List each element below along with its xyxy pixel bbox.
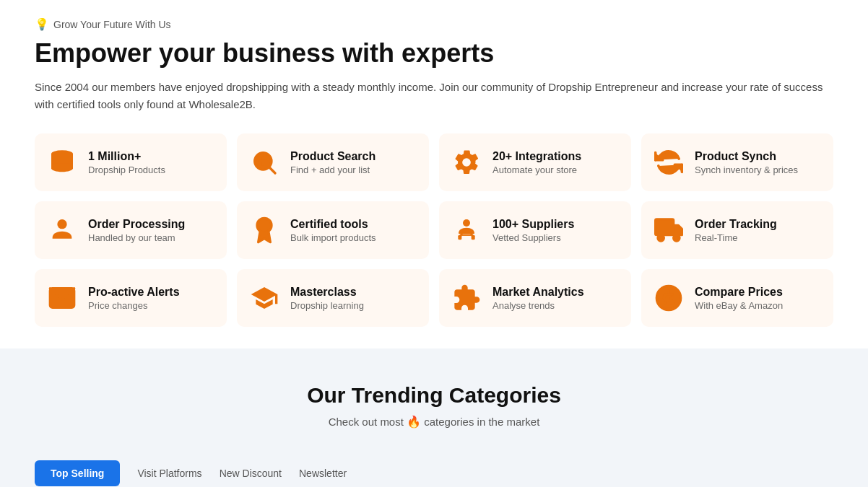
- feature-card-market-analytics: Market Analytics Analyse trends: [439, 269, 631, 327]
- trending-subtitle-text: Check out most: [329, 416, 404, 428]
- puzzle-icon: [452, 284, 481, 312]
- person-icon: [48, 216, 77, 245]
- feature-text-certified-tools: Certified tools Bulk import products: [290, 218, 376, 243]
- features-grid: 1 Million+ Dropship Products Product Sea…: [35, 133, 833, 327]
- feature-subtitle: Price changes: [88, 300, 180, 311]
- feature-subtitle: Vetted Suppliers: [492, 232, 574, 243]
- feature-card-masterclass: Masterclass Dropship learning: [237, 269, 429, 327]
- lightbulb-icon: 💡: [35, 17, 49, 31]
- feature-title: Product Search: [290, 150, 376, 163]
- truck-icon: [654, 216, 683, 245]
- feature-title: Order Tracking: [695, 218, 777, 231]
- dollar-icon: [654, 284, 683, 312]
- fire-icon: 🔥: [407, 416, 421, 428]
- feature-title: Product Synch: [695, 150, 798, 163]
- svg-point-16: [674, 235, 680, 241]
- main-description: Since 2004 our members have enjoyed drop…: [35, 79, 829, 113]
- feature-card-suppliers: 100+ Suppliers Vetted Suppliers: [439, 201, 631, 259]
- feature-title: 1 Million+: [88, 150, 165, 163]
- trending-title: Our Trending Categories: [35, 383, 833, 408]
- feature-title: Masterclass: [290, 286, 364, 299]
- feature-subtitle: With eBay & Amazon: [695, 300, 783, 311]
- feature-card-certified-tools: Certified tools Bulk import products: [237, 201, 429, 259]
- tagline: 💡 Grow Your Future With Us: [35, 17, 833, 31]
- feature-subtitle: Bulk import products: [290, 232, 376, 243]
- svg-rect-13: [656, 219, 674, 235]
- feature-title: Pro-active Alerts: [88, 286, 180, 299]
- feature-text-integrations: 20+ Integrations Automate your store: [492, 150, 581, 175]
- trending-subtitle-end: categories in the market: [424, 416, 539, 428]
- feature-title: Order Processing: [88, 218, 185, 231]
- trending-section: Our Trending Categories Check out most 🔥…: [0, 348, 868, 450]
- database-icon: [48, 148, 77, 177]
- feature-card-order-tracking: Order Tracking Real-Time: [641, 201, 833, 259]
- feature-card-compare-prices: Compare Prices With eBay & Amazon: [641, 269, 833, 327]
- feature-subtitle: Handled by our team: [88, 232, 185, 243]
- svg-line-2: [270, 168, 275, 173]
- badge-icon: [250, 216, 279, 245]
- tagline-text: Grow Your Future With Us: [53, 19, 171, 30]
- svg-point-15: [658, 235, 664, 241]
- svg-point-7: [463, 219, 470, 227]
- graduation-icon: [250, 284, 279, 312]
- feature-card-order-processing: Order Processing Handled by our team: [35, 201, 227, 259]
- visit-platforms-link[interactable]: Visit Platforms: [137, 468, 201, 479]
- svg-marker-14: [674, 225, 682, 234]
- feature-subtitle: Real-Time: [695, 232, 777, 243]
- feature-subtitle: Analyse trends: [492, 300, 584, 311]
- feature-title: Certified tools: [290, 218, 376, 231]
- new-discount-link[interactable]: New Discount: [220, 468, 282, 479]
- feature-title: Compare Prices: [695, 286, 783, 299]
- feature-text-compare-prices: Compare Prices With eBay & Amazon: [695, 286, 783, 311]
- feature-title: 100+ Suppliers: [492, 218, 574, 231]
- feature-subtitle: Dropship Products: [88, 164, 165, 175]
- feature-card-integrations: 20+ Integrations Automate your store: [439, 133, 631, 191]
- feature-text-order-tracking: Order Tracking Real-Time: [695, 218, 777, 243]
- main-heading: Empower your business with experts: [35, 38, 833, 69]
- feature-card-product-synch: Product Synch Synch inventory & prices: [641, 133, 833, 191]
- feature-title: 20+ Integrations: [492, 150, 581, 163]
- feature-text-suppliers: 100+ Suppliers Vetted Suppliers: [492, 218, 574, 243]
- trending-subtitle: Check out most 🔥 categories in the marke…: [35, 415, 833, 429]
- feature-card-million-products: 1 Million+ Dropship Products: [35, 133, 227, 191]
- feature-text-order-processing: Order Processing Handled by our team: [88, 218, 185, 243]
- feature-subtitle: Automate your store: [492, 164, 581, 175]
- feature-text-product-synch: Product Synch Synch inventory & prices: [695, 150, 798, 175]
- svg-point-5: [57, 219, 66, 229]
- feature-card-product-search: Product Search Find + add your list: [237, 133, 429, 191]
- feature-card-proactive-alerts: Pro-active Alerts Price changes: [35, 269, 227, 327]
- top-selling-button[interactable]: Top Selling: [35, 460, 120, 486]
- feature-subtitle: Find + add your list: [290, 164, 376, 175]
- feature-title: Market Analytics: [492, 286, 584, 299]
- feature-subtitle: Dropship learning: [290, 300, 364, 311]
- gear-icon: [452, 148, 481, 177]
- feature-subtitle: Synch inventory & prices: [695, 164, 798, 175]
- feature-text-masterclass: Masterclass Dropship learning: [290, 286, 364, 311]
- feature-text-product-search: Product Search Find + add your list: [290, 150, 376, 175]
- sync-icon: [654, 148, 683, 177]
- feature-text-million-products: 1 Million+ Dropship Products: [88, 150, 165, 175]
- bottom-bar: Top Selling Visit Platforms New Discount…: [0, 450, 868, 487]
- newsletter-link[interactable]: Newsletter: [299, 468, 347, 479]
- envelope-icon: [48, 284, 77, 312]
- search-plus-icon: [250, 148, 279, 177]
- supplier-icon: [452, 216, 481, 245]
- feature-text-market-analytics: Market Analytics Analyse trends: [492, 286, 584, 311]
- feature-text-proactive-alerts: Pro-active Alerts Price changes: [88, 286, 180, 311]
